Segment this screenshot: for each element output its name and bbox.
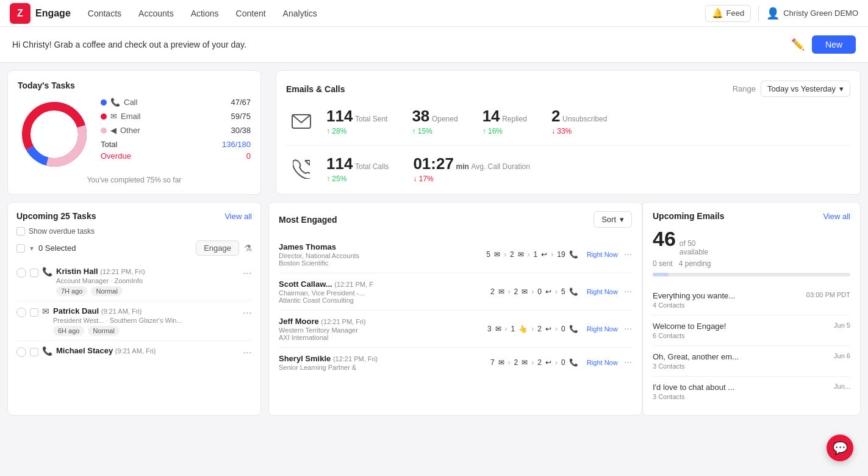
range-value: Today vs Yesterday	[767, 84, 836, 93]
eng-calls-1: 5	[561, 287, 565, 296]
engaged-more-3[interactable]: ···	[624, 357, 632, 368]
total-label: Total	[101, 140, 117, 149]
eng-reply-icon-0: ↩	[541, 250, 547, 259]
select-all-checkbox[interactable]	[16, 244, 25, 253]
eng-envelope-icon-0: ✉	[494, 250, 500, 259]
replied-change: 16%	[488, 127, 503, 135]
engaged-name-2[interactable]: Jeff Moore	[279, 317, 319, 326]
new-button[interactable]: New	[812, 35, 856, 54]
nav-link-actions[interactable]: Actions	[191, 9, 219, 18]
divider	[758, 6, 759, 21]
greeting-bar: Hi Christy! Grab a coffee and check out …	[0, 27, 868, 63]
email-list-item-2[interactable]: Oh, Great, another em... 3 Contacts Jun …	[653, 346, 850, 377]
most-engaged-section: Most Engaged Sort ▾ James Thomas Directo…	[268, 202, 642, 416]
task-item-0: 📞 Kristin Hall (12:21 PM, Fri) Account M…	[16, 262, 252, 301]
engaged-more-2[interactable]: ···	[624, 323, 632, 334]
engaged-title-0: Director, National Accounts	[279, 252, 480, 259]
engaged-name-1[interactable]: Scott Callaw...	[279, 279, 332, 289]
total-calls-change: 25%	[332, 175, 346, 183]
opened-value: 38	[412, 107, 429, 125]
task-checkbox-2[interactable]	[30, 348, 38, 356]
unsubscribed-stat: 2 Unsubscribed ↓ 33%	[551, 107, 607, 135]
upcoming-emails-title: Upcoming Emails	[653, 211, 724, 221]
eng-envelope-icon-1: ✉	[498, 287, 504, 296]
engaged-info-1: Scott Callaw... (12:21 PM, F Chairman, V…	[279, 279, 484, 304]
email-list-item-1[interactable]: Welcome to Engage! 6 Contacts Jun 5	[653, 316, 850, 346]
nav-link-content[interactable]: Content	[236, 9, 266, 18]
email-date-0: 03:00 PM PDT	[806, 291, 850, 298]
engaged-time-2: (12:21 PM, Fri)	[321, 318, 365, 325]
task-info-2: Michael Stacey (9:21 AM, Fri)	[56, 346, 239, 355]
total-value: 136/180	[222, 140, 251, 149]
feed-button[interactable]: 🔔 Feed	[705, 5, 751, 22]
task-more-1[interactable]: ···	[243, 306, 252, 319]
selected-count: 0 Selected	[38, 243, 191, 253]
task-complete-circle-0[interactable]	[16, 268, 26, 278]
email-date-3: Jun...	[834, 383, 850, 390]
engaged-more-1[interactable]: ···	[624, 286, 632, 297]
chevron-down-tasks-icon[interactable]: ▾	[30, 244, 34, 253]
eng-opened-0: 2	[510, 250, 514, 259]
task-complete-circle-1[interactable]	[16, 308, 26, 317]
task-more-2[interactable]: ···	[243, 346, 252, 359]
task-type-icon-0: 📞	[42, 267, 52, 276]
task-ago-0: 7H ago	[56, 286, 87, 296]
eng-sent-1: 2	[490, 287, 495, 296]
email-contacts-2: 3 Contacts	[653, 362, 739, 370]
total-calls-stat: 114 Total Calls ↑ 25%	[326, 154, 389, 183]
task-item-2: 📞 Michael Stacey (9:21 AM, Fri) ···	[16, 341, 252, 364]
nav-right: 🔔 Feed 👤 Christy Green DEMO	[705, 5, 858, 22]
task-more-0[interactable]: ···	[243, 267, 252, 279]
opened-stat: 38 Opened ↑ 15%	[412, 107, 457, 135]
emails-progress-bar	[653, 273, 850, 276]
greeting-actions: ✏️ New	[791, 35, 856, 54]
eng-envelope-icon-2: ✉	[495, 325, 501, 333]
filter-icon[interactable]: ⚗	[244, 243, 252, 254]
nav-link-analytics[interactable]: Analytics	[283, 9, 317, 18]
total-calls-value: 114	[326, 154, 353, 173]
eng-calls-2: 0	[561, 325, 565, 333]
task-item-1: ✉ Patrick Daul (9:21 AM, Fri) President …	[16, 301, 252, 341]
engaged-stats-0: 5 ✉ › 2 ✉ › 1 ↩ › 19 📞	[486, 250, 578, 259]
avg-dur-sublabel: Avg. Call Duration	[471, 162, 530, 171]
task-time-2: (9:21 AM, Fri)	[115, 347, 156, 355]
unsub-value: 2	[551, 107, 560, 125]
engage-button[interactable]: Engage	[196, 240, 239, 256]
view-all-tasks[interactable]: View all	[224, 212, 252, 221]
eng-calls-3: 0	[561, 358, 565, 367]
legend-other-value: 30/38	[231, 126, 251, 135]
opened-change: 15%	[418, 127, 432, 135]
legend-other: ◀ Other 30/38	[101, 126, 251, 135]
engaged-stats-1: 2 ✉ › 2 ✉ › 0 ↩ › 5 📞	[490, 287, 578, 296]
pencil-icon[interactable]: ✏️	[791, 38, 805, 51]
total-sent-label: Total Sent	[355, 115, 387, 123]
view-all-emails[interactable]: View all	[823, 212, 850, 221]
nav-links: Contacts Accounts Actions Content Analyt…	[88, 9, 705, 18]
sort-button[interactable]: Sort ▾	[594, 211, 632, 228]
overdue-label: Overdue	[101, 151, 131, 160]
emails-calls-title: Emails & Calls	[286, 84, 345, 94]
engaged-name-3[interactable]: Sheryl Smikle	[279, 354, 331, 363]
task-checkbox-1[interactable]	[30, 308, 38, 317]
legend-email-value: 59/75	[231, 112, 251, 121]
overdue-value: 0	[246, 151, 251, 160]
email-subject-3: I'd love to chat about ...	[653, 383, 734, 392]
legend-email: ✉ Email 59/75	[101, 112, 251, 121]
engaged-name-0[interactable]: James Thomas	[279, 242, 336, 251]
range-dropdown[interactable]: Today vs Yesterday ▾	[761, 81, 850, 97]
show-overdue-row[interactable]: Show overdue tasks	[16, 227, 252, 236]
nav-link-contacts[interactable]: Contacts	[88, 9, 121, 18]
eng-open-icon-1: ✉	[522, 287, 528, 296]
user-info[interactable]: 👤 Christy Green DEMO	[766, 7, 858, 20]
engaged-info-2: Jeff Moore (12:21 PM, Fri) Western Terri…	[279, 317, 481, 341]
engaged-title-3: Senior Learning Partner &	[279, 364, 484, 371]
eng-opened-1: 2	[514, 287, 518, 296]
engaged-more-0[interactable]: ···	[624, 249, 632, 260]
task-checkbox-0[interactable]	[30, 269, 38, 277]
task-time-0: (12:21 PM, Fri)	[100, 268, 145, 275]
email-list-item-3[interactable]: I'd love to chat about ... 3 Contacts Ju…	[653, 377, 850, 406]
email-list-item-0[interactable]: Everything you wante... 4 Contacts 03:00…	[653, 285, 850, 316]
overdue-checkbox[interactable]	[16, 227, 25, 236]
task-complete-circle-2[interactable]	[16, 347, 26, 357]
nav-link-accounts[interactable]: Accounts	[138, 9, 174, 18]
